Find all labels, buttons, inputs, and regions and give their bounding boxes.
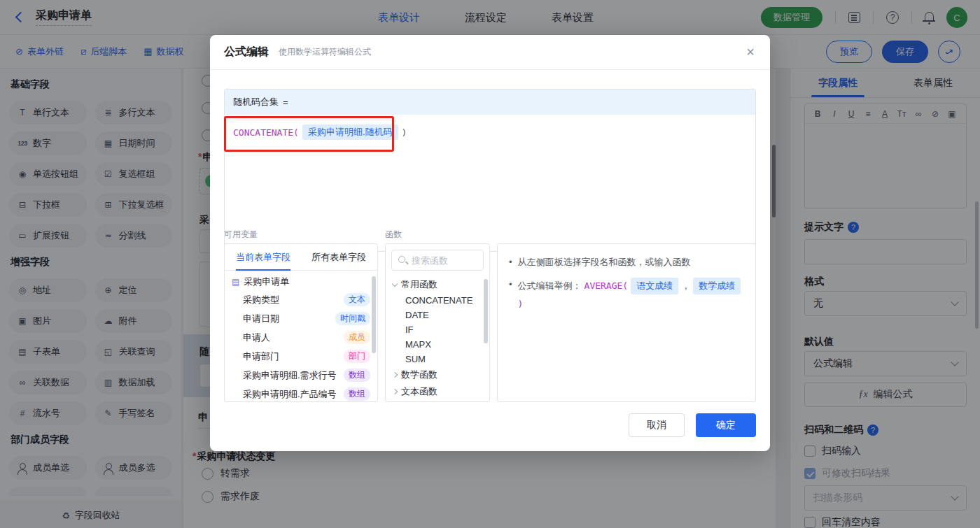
close-icon[interactable]: × [746, 45, 755, 59]
app: 采购申请单 表单设计 流程设定 表单设置 数据管理 ? C ⊘表单外链 ⧄后端脚… [0, 0, 980, 528]
search-icon [398, 255, 407, 265]
formula-expression[interactable]: CONCATENATE( 采购申请明细.随机码 ) [225, 115, 755, 150]
confirm-button[interactable]: 确定 [696, 413, 756, 437]
modal-title: 公式编辑 [224, 45, 269, 59]
modal-footer: 取消 确定 [629, 413, 756, 437]
close-paren: ) [402, 127, 407, 138]
field-token: 采购申请明细.随机码 [302, 124, 398, 140]
type-badge: 部门 [344, 350, 370, 363]
variables-panel: 当前表单字段 所有表单字段 ▤采购申请单 采购类型文本 申请日期时间戳 申请人成… [224, 243, 378, 402]
modal-header: 公式编辑 使用数学运算符编辑公式 × [210, 35, 770, 70]
equals-sign: = [283, 97, 288, 108]
type-badge: 成员 [344, 331, 370, 344]
function-name: CONCATENATE( [233, 127, 299, 138]
variable-row[interactable]: 采购申请明细.需求行号数组 [225, 366, 377, 385]
scrollbar-thumb[interactable] [372, 276, 376, 353]
variable-row[interactable]: 采购申请明细.产品编号数组 [225, 385, 377, 402]
scrollbar-thumb[interactable] [484, 279, 488, 343]
chevron-right-icon [392, 372, 398, 378]
type-badge: 时间戳 [335, 312, 370, 325]
bullet-icon: • [509, 278, 512, 292]
fn-item-sum[interactable]: SUM [386, 352, 489, 366]
cancel-button[interactable]: 取消 [629, 413, 685, 437]
type-badge: 数组 [344, 369, 370, 382]
chevron-right-icon [392, 389, 398, 394]
variable-row[interactable]: 申请日期时间戳 [225, 309, 377, 328]
formula-edit-modal: 公式编辑 使用数学运算符编辑公式 × 随机码合集 = CONCATENATE( … [210, 35, 770, 451]
formula-editor[interactable]: 随机码合集 = CONCATENATE( 采购申请明细.随机码 ) [224, 89, 756, 252]
tab-all-form-fields[interactable]: 所有表单字段 [312, 244, 366, 271]
tab-current-form-fields[interactable]: 当前表单字段 [236, 244, 290, 271]
fn-group-math[interactable]: 数学函数 [386, 366, 489, 383]
formula-target-bar: 随机码合集 = [225, 90, 755, 115]
variable-row[interactable]: 申请部门部门 [225, 347, 377, 366]
functions-label: 函数 [385, 229, 402, 241]
formula-target-field: 随机码合集 [233, 96, 279, 108]
fn-item-date[interactable]: DATE [386, 308, 489, 322]
tip-line-2: • 公式编辑举例： AVERAGE( 语文成绩 ， 数学成绩 ) [509, 278, 744, 311]
fn-item-if[interactable]: IF [386, 322, 489, 337]
tip-line-1: •从左侧面板选择字段名和函数，或输入函数 [509, 255, 744, 269]
document-icon: ▤ [232, 277, 239, 287]
fn-item-mapx[interactable]: MAPX [386, 337, 489, 352]
variables-tabs: 当前表单字段 所有表单字段 [225, 244, 377, 271]
fn-group-text[interactable]: 文本函数 [386, 383, 489, 400]
modal-subtitle: 使用数学运算符编辑公式 [279, 46, 371, 58]
function-search-input[interactable] [412, 255, 482, 266]
tips-panel: •从左侧面板选择字段名和函数，或输入函数 • 公式编辑举例： AVERAGE( … [497, 243, 756, 402]
example-field-token: 数学成绩 [693, 278, 741, 294]
fn-item-concatenate[interactable]: CONCATENATE [386, 293, 489, 308]
variable-row[interactable]: 申请人成员 [225, 328, 377, 347]
fn-group-common[interactable]: 常用函数 [386, 276, 489, 293]
example-close-paren: ) [518, 297, 524, 311]
variables-label: 可用变量 [224, 229, 258, 241]
chevron-down-icon [392, 280, 398, 286]
type-badge: 文本 [344, 293, 370, 306]
type-badge: 数组 [344, 387, 370, 401]
variable-row[interactable]: 采购类型文本 [225, 290, 377, 309]
example-function-name: AVERAGE( [584, 279, 629, 293]
variables-root-node[interactable]: ▤采购申请单 [225, 271, 377, 290]
functions-panel: 常用函数 CONCATENATE DATE IF MAPX SUM 数学函数 文… [385, 243, 490, 402]
example-field-token: 语文成绩 [631, 278, 678, 294]
function-search[interactable] [391, 250, 484, 271]
bullet-icon: • [509, 255, 512, 269]
